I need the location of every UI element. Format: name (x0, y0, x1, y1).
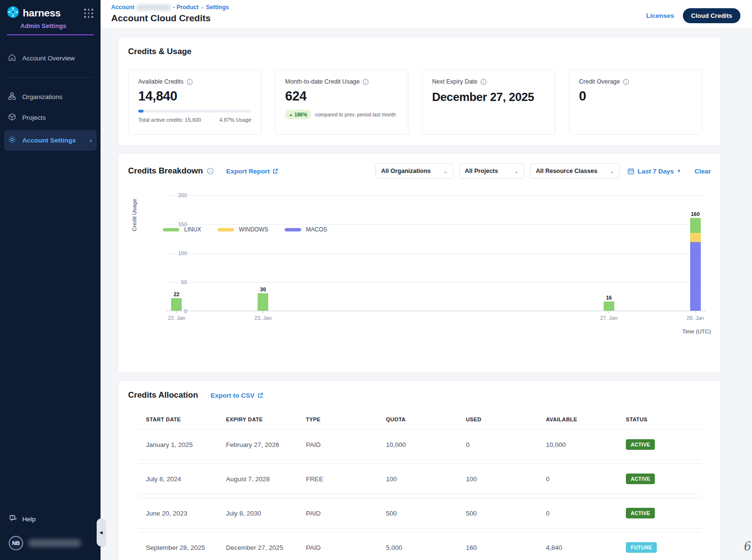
status-badge: ACTIVE (626, 474, 655, 484)
credits-allocation-title: Credits Allocation (128, 390, 198, 400)
chart-bar-23[interactable] (258, 293, 268, 311)
column-header: QUOTA (386, 416, 466, 422)
breadcrumb-account[interactable]: Account (111, 4, 134, 11)
column-header: TYPE (306, 416, 386, 422)
sidebar: harness Admin Settings Account Overview (0, 0, 101, 560)
licenses-link[interactable]: Licenses (646, 12, 674, 19)
credit-overage-card: Credit Overage 0 (569, 69, 702, 135)
x-tick-label: 28. Jan (687, 315, 704, 321)
y-tick-label: 100 (178, 250, 187, 256)
credit-usage-chart: Credit Usage 0501001502002222. Jan3023. … (128, 195, 711, 235)
info-icon[interactable] (623, 79, 629, 85)
info-icon[interactable] (480, 79, 487, 85)
sidebar-accent-line (7, 34, 94, 35)
bar-segment-linux (258, 293, 268, 311)
table-cell: 0 (546, 510, 626, 517)
cloud-credits-button[interactable]: Cloud Credits (683, 8, 740, 23)
info-icon[interactable] (187, 79, 193, 85)
breadcrumb-redacted (136, 4, 171, 11)
y-tick-label: 50 (181, 279, 187, 285)
chart-bar-28[interactable] (690, 218, 701, 311)
bar-segment-linux (604, 302, 614, 311)
usage-progress-fill (138, 110, 144, 113)
next-expiry-value: December 27, 2025 (432, 90, 545, 104)
gridline (166, 253, 706, 254)
gridline (166, 195, 706, 196)
delta-note: compared to prev. period last month (315, 112, 396, 117)
next-expiry-label: Next Expiry Date (432, 78, 477, 85)
sidebar-item-label: Account Overview (22, 55, 75, 62)
table-row[interactable]: July 8, 2024August 7, 2028FREE1001000ACT… (138, 463, 701, 494)
sidebar-item-label: Account Settings (22, 137, 76, 144)
gridline (166, 282, 706, 283)
export-csv-link[interactable]: Export to CSV (211, 392, 263, 399)
x-tick-label: 23. Jan (254, 315, 272, 321)
y-tick-label: 200 (178, 192, 187, 198)
bar-segment-linux (171, 298, 182, 311)
breadcrumb-settings[interactable]: Settings (206, 4, 229, 11)
mtd-usage-card: Month-to-date Credit Usage 624 ▲186% com… (275, 69, 408, 135)
chart-bar-22[interactable] (171, 298, 182, 311)
projects-filter[interactable]: All Projects⌄ (459, 163, 524, 179)
sidebar-item-projects[interactable]: Projects (0, 107, 101, 128)
sidebar-item-account-overview[interactable]: Account Overview (0, 48, 101, 69)
x-tick (609, 311, 609, 314)
credit-overage-label: Credit Overage (579, 78, 620, 85)
y-axis-title: Credit Usage (131, 199, 137, 231)
sidebar-divider (8, 77, 93, 78)
table-cell: PAID (306, 510, 386, 517)
status-badge: ACTIVE (626, 439, 655, 450)
app-switcher-icon[interactable] (84, 9, 94, 18)
allocation-table: START DATEEXPIRY DATETYPEQUOTAUSEDAVAILA… (138, 413, 701, 560)
user-row[interactable]: NB (0, 529, 101, 552)
credits-usage-section: Credits & Usage Available Credits 14,840 (118, 37, 721, 146)
info-icon[interactable] (362, 79, 369, 85)
table-row[interactable]: January 1, 2025February 27, 2026PAID10,0… (138, 429, 701, 460)
table-cell: 0 (466, 441, 546, 448)
info-icon[interactable] (207, 168, 214, 174)
table-cell: September 28, 2025 (146, 544, 226, 551)
help-button[interactable]: ? Help (0, 509, 101, 529)
user-name-redacted (28, 539, 81, 547)
sidebar-nav: Account Overview Organizations (0, 48, 101, 153)
x-tick (176, 311, 177, 314)
usage-percent: 4.87% Usage (219, 117, 251, 123)
resource-classes-filter[interactable]: All Resource Classes⌄ (530, 163, 620, 179)
org-chart-icon (8, 92, 16, 102)
mtd-usage-value: 624 (285, 89, 398, 104)
chevron-down-icon: ⌄ (610, 169, 614, 174)
sidebar-item-account-settings[interactable]: Account Settings › (4, 130, 97, 151)
avatar[interactable]: NB (9, 536, 23, 550)
column-header: AVAILABLE (546, 416, 626, 422)
sidebar-collapse-handle[interactable]: ◀ (97, 518, 105, 546)
table-cell: PAID (306, 441, 386, 448)
sidebar-item-organizations[interactable]: Organizations (0, 86, 101, 107)
table-cell: 500 (386, 510, 466, 517)
table-cell: February 27, 2026 (226, 441, 306, 448)
bar-value-label: 22 (174, 291, 179, 299)
table-cell: July 8, 2030 (226, 510, 306, 517)
page-content: Credits & Usage Available Credits 14,840 (101, 29, 752, 560)
help-chat-icon: ? (9, 514, 17, 524)
table-cell: ACTIVE (626, 474, 694, 484)
chart-bar-27[interactable] (604, 302, 614, 311)
clear-filters-link[interactable]: Clear (694, 168, 711, 175)
date-range-picker[interactable]: Last 7 Days ▼ (627, 168, 681, 175)
organizations-filter[interactable]: All Organizations⌄ (376, 163, 453, 179)
table-row[interactable]: June 20, 2023July 8, 2030PAID5005000ACTI… (138, 498, 701, 529)
bar-segment-windows (690, 233, 701, 242)
table-cell: June 20, 2023 (146, 510, 226, 517)
table-cell: July 8, 2024 (146, 475, 226, 483)
breadcrumb-separator: › (202, 4, 203, 10)
table-row[interactable]: September 28, 2025December 27, 2025PAID5… (138, 532, 701, 560)
svg-text:?: ? (12, 516, 14, 519)
x-tick-label: 22. Jan (168, 315, 185, 321)
table-cell: FREE (306, 475, 386, 483)
breadcrumb-product[interactable]: - Product (173, 4, 199, 11)
bar-value-label: 30 (260, 287, 266, 294)
table-cell: August 7, 2028 (226, 475, 306, 483)
export-report-link[interactable]: Export Report (226, 168, 278, 175)
table-cell: ACTIVE (626, 439, 694, 450)
table-cell: 160 (466, 544, 546, 551)
main-area: Account - Product › Settings Account Clo… (101, 0, 752, 560)
